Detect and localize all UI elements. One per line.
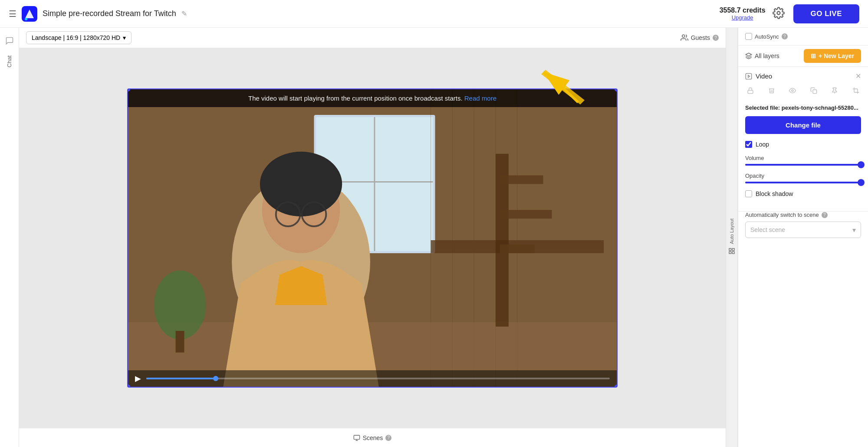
layer-close-button[interactable]: ✕ <box>855 72 861 80</box>
sidebar-chat-icon <box>5 36 14 47</box>
autosync-label: AutoSync <box>755 33 779 40</box>
video-canvas-wrapper: The video will start playing from the cu… <box>19 48 726 428</box>
block-shadow-label: Block shadow <box>756 190 793 197</box>
resize-handle-br[interactable] <box>615 385 618 388</box>
svg-rect-22 <box>176 331 184 352</box>
video-scene <box>128 89 617 387</box>
main-content: Chat Landscape | 16:9 | 1280x720 HD ▾ Gu… <box>0 28 868 447</box>
loop-label: Loop <box>756 141 769 148</box>
progress-fill <box>146 378 216 379</box>
block-shadow-row: Block shadow <box>745 190 861 197</box>
svg-rect-33 <box>729 248 731 251</box>
guests-question-icon: ? <box>713 35 719 41</box>
volume-slider-thumb[interactable] <box>858 161 865 168</box>
svg-point-3 <box>777 11 780 14</box>
video-layer-icon <box>745 73 752 80</box>
svg-marker-39 <box>748 75 750 77</box>
eye-icon[interactable] <box>787 85 798 98</box>
scene-select-wrapper: ▾ Select scene <box>745 222 861 238</box>
copy-icon[interactable] <box>809 85 819 98</box>
resolution-label: Landscape | 16:9 | 1280x720 HD <box>32 34 120 41</box>
read-more-link[interactable]: Read more <box>464 95 496 102</box>
scenes-button[interactable]: Scenes ? <box>353 434 392 441</box>
all-layers-label: All layers <box>755 52 779 59</box>
delete-icon[interactable] <box>766 85 777 98</box>
svg-point-21 <box>154 271 206 339</box>
autosync-checkbox[interactable] <box>745 33 752 40</box>
svg-rect-30 <box>354 435 359 439</box>
auto-layout-sidebar: Auto Layout <box>726 28 738 447</box>
volume-slider-fill <box>745 164 861 166</box>
progress-thumb[interactable] <box>213 376 218 381</box>
chat-label[interactable]: Chat <box>6 55 13 67</box>
layer-section-video: Video ✕ <box>738 67 868 212</box>
svg-rect-42 <box>813 90 817 94</box>
new-layer-label: + New Layer <box>819 52 854 59</box>
layer-title: Video <box>745 72 772 80</box>
progress-bar[interactable] <box>146 378 610 379</box>
lock-icon[interactable] <box>745 85 756 98</box>
header-left: ☰ Simple pre-recorded Stream for Twitch … <box>9 6 187 22</box>
layer-tools <box>745 85 861 98</box>
layer-header: Video ✕ <box>745 72 861 80</box>
selected-file-row: Selected file: pexels-tony-schnagl-55280… <box>745 104 861 111</box>
bottom-bar: Scenes ? <box>19 428 726 447</box>
edit-icon[interactable]: ✎ <box>181 10 187 18</box>
scenes-question-icon: ? <box>385 435 391 441</box>
opacity-slider-thumb[interactable] <box>858 179 865 186</box>
autosync-row: AutoSync ? <box>738 28 868 46</box>
switch-scene-help-icon[interactable]: ? <box>822 212 828 218</box>
crop-icon[interactable] <box>851 85 861 98</box>
credits-value: 3558.7 credits <box>720 7 766 14</box>
guests-label: Guests <box>691 34 710 41</box>
svg-rect-34 <box>732 248 734 251</box>
canvas-toolbar: Landscape | 16:9 | 1280x720 HD ▾ Guests … <box>19 28 726 48</box>
opacity-slider-fill <box>745 182 861 183</box>
credits-block: 3558.7 credits Upgrade <box>720 7 766 21</box>
header: ☰ Simple pre-recorded Stream for Twitch … <box>0 0 868 28</box>
switch-scene-section: Automatically switch to scene ? ▾ Select… <box>738 212 868 245</box>
upgrade-link[interactable]: Upgrade <box>720 14 766 21</box>
svg-rect-19 <box>500 210 552 219</box>
scene-svg <box>128 89 617 387</box>
svg-point-2 <box>25 18 27 20</box>
scene-select[interactable] <box>745 222 861 238</box>
play-button[interactable]: ▶ <box>135 374 141 383</box>
go-live-button[interactable]: GO LIVE <box>793 4 859 23</box>
block-shadow-checkbox[interactable] <box>745 190 752 197</box>
new-layer-button[interactable]: ⊞ + New Layer <box>804 49 861 63</box>
opacity-slider-row: Opacity <box>745 173 861 183</box>
opacity-label: Opacity <box>745 173 861 179</box>
resolution-select[interactable]: Landscape | 16:9 | 1280x720 HD ▾ <box>26 31 132 44</box>
volume-slider-row: Volume <box>745 155 861 166</box>
autosync-control: AutoSync ? <box>745 33 788 40</box>
volume-slider-track <box>745 164 861 166</box>
auto-layout-icon[interactable] <box>728 248 735 256</box>
selected-file-label: Selected file: <box>745 104 780 111</box>
loop-checkbox[interactable] <box>745 141 752 148</box>
svg-point-4 <box>682 35 684 37</box>
scenes-label: Scenes <box>363 434 383 441</box>
svg-rect-35 <box>729 251 731 254</box>
change-file-button[interactable]: Change file <box>745 116 861 134</box>
all-layers-button[interactable]: All layers <box>745 52 779 59</box>
autosync-help-icon[interactable]: ? <box>782 33 788 39</box>
canvas-area: Landscape | 16:9 | 1280x720 HD ▾ Guests … <box>19 28 726 447</box>
pin-icon[interactable] <box>829 85 840 98</box>
guests-button[interactable]: Guests ? <box>681 34 719 42</box>
video-canvas: The video will start playing from the cu… <box>127 88 618 388</box>
svg-rect-20 <box>500 245 535 253</box>
svg-point-41 <box>792 90 793 91</box>
opacity-slider-track <box>745 182 861 183</box>
resize-handle-bl[interactable] <box>127 385 130 388</box>
video-info-banner: The video will start playing from the cu… <box>128 89 617 107</box>
header-right: 3558.7 credits Upgrade GO LIVE <box>720 4 859 23</box>
video-controls: ▶ <box>128 370 617 387</box>
settings-icon[interactable] <box>773 7 786 21</box>
auto-layout-label[interactable]: Auto Layout <box>729 219 734 244</box>
hamburger-icon[interactable]: ☰ <box>9 9 16 19</box>
svg-rect-38 <box>746 73 751 79</box>
loop-row: Loop <box>745 141 861 148</box>
resize-handle-tr[interactable] <box>615 88 618 91</box>
layers-toolbar: All layers ⊞ + New Layer <box>738 46 868 67</box>
